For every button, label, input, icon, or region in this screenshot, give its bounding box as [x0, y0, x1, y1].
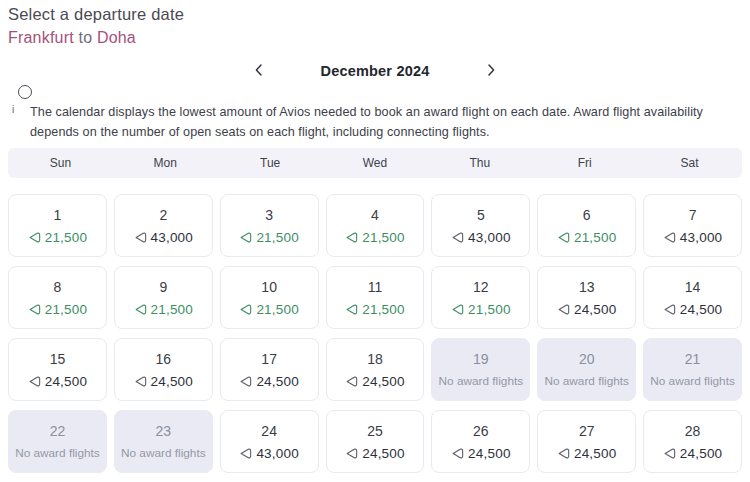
calendar-day-cell[interactable]: 243,000 [114, 194, 213, 257]
avios-value: 24,500 [45, 374, 88, 389]
avios-value: 43,000 [468, 230, 511, 245]
avios-icon [28, 375, 41, 388]
day-number: 13 [579, 279, 595, 295]
route-summary: Frankfurt to Doha [8, 28, 742, 47]
avios-icon [28, 303, 41, 316]
avios-price: 24,500 [239, 374, 299, 389]
avios-icon [28, 231, 41, 244]
avios-price: 21,500 [239, 230, 299, 245]
calendar-day-cell[interactable]: 1021,500 [220, 266, 319, 329]
avios-icon [239, 231, 252, 244]
calendar-day-cell[interactable]: 1221,500 [431, 266, 530, 329]
calendar-day-cell[interactable]: 2724,500 [537, 410, 636, 473]
avios-value: 21,500 [256, 230, 299, 245]
no-award-label: No award flights [544, 374, 629, 388]
calendar-day-cell[interactable]: 1724,500 [220, 338, 319, 401]
month-label: December 2024 [320, 63, 429, 79]
day-number: 5 [477, 207, 485, 223]
avios-icon [239, 375, 252, 388]
avios-price: 24,500 [451, 446, 511, 461]
avios-icon [451, 231, 464, 244]
previous-month-button[interactable] [250, 62, 268, 80]
day-number: 25 [367, 423, 383, 439]
calendar-day-cell: 22No award flights [8, 410, 107, 473]
day-number: 6 [583, 207, 591, 223]
month-navigation: December 2024 [0, 61, 750, 81]
no-award-label: No award flights [121, 446, 206, 460]
calendar-day-cell[interactable]: 1121,500 [326, 266, 425, 329]
calendar-day-cell[interactable]: 2524,500 [326, 410, 425, 473]
avios-value: 21,500 [151, 302, 194, 317]
next-month-button[interactable] [482, 62, 500, 80]
avios-value: 24,500 [256, 374, 299, 389]
calendar-day-cell[interactable]: 743,000 [643, 194, 742, 257]
calendar-day-cell[interactable]: 921,500 [114, 266, 213, 329]
avios-price: 24,500 [28, 374, 88, 389]
calendar-day-cell: 19No award flights [431, 338, 530, 401]
calendar-day-cell[interactable]: 2824,500 [643, 410, 742, 473]
day-number: 19 [473, 351, 489, 367]
avios-icon [345, 375, 358, 388]
calendar-day-cell[interactable]: 1424,500 [643, 266, 742, 329]
avios-icon [557, 303, 570, 316]
avios-icon [239, 447, 252, 460]
info-text: The calendar displays the lowest amount … [30, 103, 736, 142]
calendar-day-cell[interactable]: 2624,500 [431, 410, 530, 473]
avios-icon [134, 231, 147, 244]
avios-price: 24,500 [345, 446, 405, 461]
day-number: 8 [54, 279, 62, 295]
avios-price: 24,500 [663, 302, 723, 317]
day-number: 2 [159, 207, 167, 223]
avios-icon [451, 447, 464, 460]
day-number: 26 [473, 423, 489, 439]
avios-price: 21,500 [451, 302, 511, 317]
calendar-day-cell: 23No award flights [114, 410, 213, 473]
avios-value: 21,500 [574, 230, 617, 245]
weekday-label: Tue [218, 156, 323, 170]
weekday-label: Mon [113, 156, 218, 170]
avios-value: 21,500 [45, 230, 88, 245]
avios-icon [557, 231, 570, 244]
calendar-day-cell[interactable]: 321,500 [220, 194, 319, 257]
calendar-day-cell[interactable]: 1324,500 [537, 266, 636, 329]
day-number: 17 [261, 351, 277, 367]
calendar-day-cell[interactable]: 2443,000 [220, 410, 319, 473]
avios-price: 43,000 [451, 230, 511, 245]
avios-price: 21,500 [134, 302, 194, 317]
avios-icon [239, 303, 252, 316]
calendar-day-cell[interactable]: 421,500 [326, 194, 425, 257]
calendar-day-cell[interactable]: 1624,500 [114, 338, 213, 401]
calendar-day-cell[interactable]: 621,500 [537, 194, 636, 257]
day-number: 7 [689, 207, 697, 223]
avios-price: 24,500 [345, 374, 405, 389]
avios-value: 21,500 [45, 302, 88, 317]
calendar-day-cell: 20No award flights [537, 338, 636, 401]
no-award-label: No award flights [15, 446, 100, 460]
day-number: 23 [155, 423, 171, 439]
avios-value: 24,500 [151, 374, 194, 389]
avios-value: 21,500 [256, 302, 299, 317]
calendar-day-cell[interactable]: 121,500 [8, 194, 107, 257]
avios-icon [663, 447, 676, 460]
page-header: Select a departure date Frankfurt to Doh… [0, 0, 750, 47]
no-award-label: No award flights [439, 374, 524, 388]
avios-price: 24,500 [663, 446, 723, 461]
page-title: Select a departure date [8, 5, 742, 24]
calendar-day-cell[interactable]: 543,000 [431, 194, 530, 257]
calendar-day-cell[interactable]: 1824,500 [326, 338, 425, 401]
avios-value: 43,000 [680, 230, 723, 245]
avios-value: 21,500 [362, 302, 405, 317]
avios-price: 24,500 [557, 302, 617, 317]
chevron-left-icon [252, 63, 266, 80]
calendar-day-cell[interactable]: 821,500 [8, 266, 107, 329]
avios-price: 21,500 [28, 230, 88, 245]
day-number: 9 [159, 279, 167, 295]
avios-value: 24,500 [574, 302, 617, 317]
calendar-day-cell[interactable]: 1524,500 [8, 338, 107, 401]
avios-value: 21,500 [468, 302, 511, 317]
day-number: 3 [265, 207, 273, 223]
day-number: 28 [685, 423, 701, 439]
info-circle-icon [18, 85, 32, 99]
route-separator: to [78, 29, 92, 46]
avios-icon [345, 303, 358, 316]
